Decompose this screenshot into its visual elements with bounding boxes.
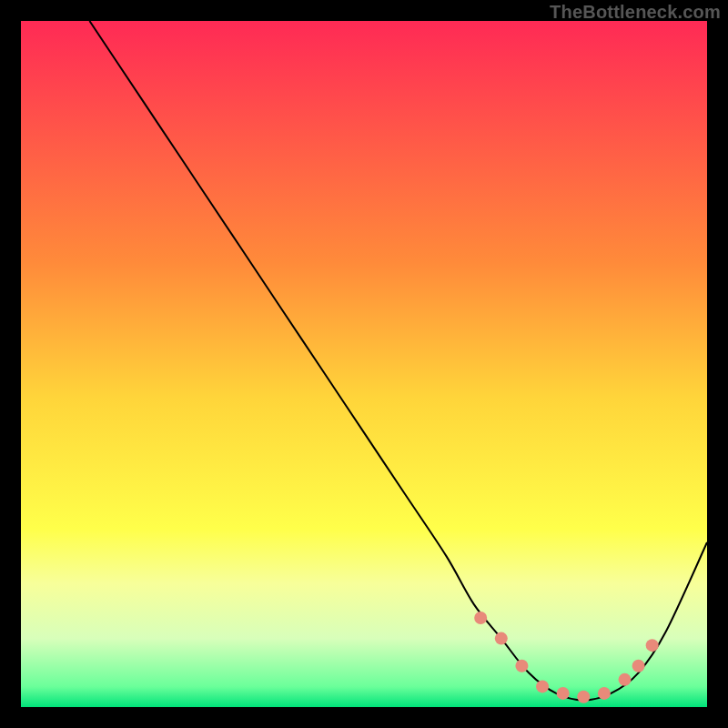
gradient-background [21,21,707,707]
highlight-dot [495,632,508,645]
highlight-dot [515,660,528,672]
highlight-dot [619,673,632,686]
highlight-dot [474,612,487,624]
highlight-dot [646,639,659,652]
highlight-dot [536,680,549,693]
highlight-dot [557,687,570,700]
highlight-dot [577,691,590,703]
chart-svg [21,21,707,707]
highlight-dot [632,660,645,672]
chart-frame: TheBottleneck.com [0,0,728,728]
attribution-label: TheBottleneck.com [550,2,721,23]
plot-area [21,21,707,707]
highlight-dot [598,687,611,700]
